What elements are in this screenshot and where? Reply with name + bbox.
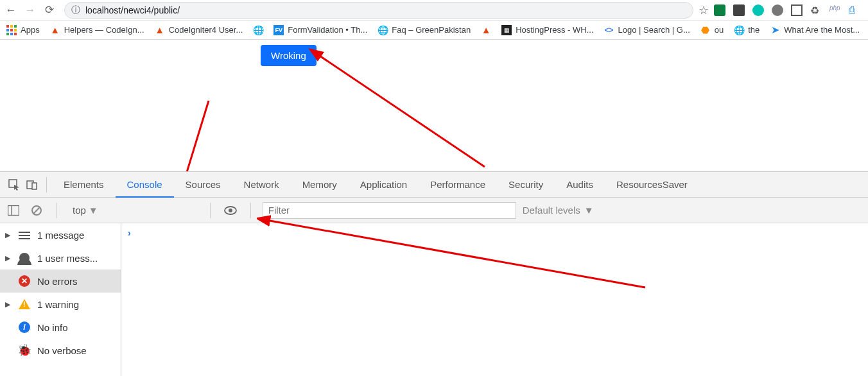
sidebar-item-user-messages[interactable]: ▶ 1 user mess...: [0, 246, 121, 269]
svg-line-11: [266, 220, 645, 287]
hp-icon: ▦: [501, 25, 512, 35]
annotation-arrow-1: [308, 45, 494, 173]
bookmark-formvalidation[interactable]: FVFormValidation • Th...: [273, 25, 367, 35]
devtools-panel: Elements Console Sources Network Memory …: [0, 171, 868, 376]
bookmark-ou[interactable]: ⬣ou: [700, 25, 724, 35]
ext-icon-1[interactable]: [714, 4, 725, 16]
svg-rect-5: [8, 205, 19, 215]
message-icon: [18, 228, 31, 241]
flame-icon: ▲: [481, 25, 491, 35]
ext-icon-3[interactable]: [752, 4, 764, 16]
bookmark-star-icon[interactable]: ☆: [699, 3, 709, 17]
arrow-icon: ➤: [770, 25, 780, 35]
svg-line-8: [33, 207, 40, 214]
log-levels-selector[interactable]: Default levels ▼: [523, 205, 594, 216]
globe-icon: 🌐: [253, 25, 263, 35]
caret-icon: ▶: [5, 231, 12, 239]
device-toggle-icon[interactable]: [23, 176, 41, 194]
tab-security[interactable]: Security: [497, 172, 555, 198]
sidebar-item-messages[interactable]: ▶ 1 message: [0, 223, 121, 246]
warning-icon: [18, 298, 31, 311]
verbose-icon: 🐞: [18, 344, 31, 357]
ext-icon-8[interactable]: ⎙: [849, 4, 860, 16]
console-output[interactable]: ›: [121, 223, 868, 376]
tab-performance[interactable]: Performance: [419, 172, 497, 198]
tab-memory[interactable]: Memory: [291, 172, 349, 198]
tab-sources[interactable]: Sources: [174, 172, 232, 198]
url-text: localhost/newci4/public/: [85, 5, 180, 15]
tab-audits[interactable]: Audits: [555, 172, 605, 198]
caret-icon: ▶: [5, 300, 12, 309]
filter-input[interactable]: [263, 202, 516, 219]
console-prompt-icon: ›: [128, 228, 131, 238]
console-sidebar: ▶ 1 message ▶ 1 user mess... ✕ No errors…: [0, 223, 121, 376]
ext-icon-5[interactable]: [791, 4, 803, 16]
bookmark-logo-search[interactable]: <>Logo | Search | G...: [604, 25, 690, 35]
caret-icon: ▶: [5, 254, 12, 262]
ext-icon-6[interactable]: ♻: [810, 4, 822, 16]
bookmarks-bar: Apps ▲Helpers — CodeIgn... ▲CodeIgniter4…: [0, 21, 868, 40]
extension-icons: ♻ php ⎙: [714, 4, 864, 16]
bookmark-ci4[interactable]: ▲CodeIgniter4 User...: [155, 25, 243, 35]
tab-elements[interactable]: Elements: [52, 172, 116, 198]
bookmark-hostingpress[interactable]: ▦HostingPress - WH...: [501, 25, 593, 35]
sidebar-item-verbose[interactable]: 🐞 No verbose: [0, 339, 121, 362]
cube-icon: ⬣: [700, 25, 711, 35]
sidebar-item-errors[interactable]: ✕ No errors: [0, 269, 121, 293]
bookmark-flame-3[interactable]: ▲: [481, 25, 491, 35]
annotation-arrow-3: [257, 210, 655, 294]
page-content: Wroking: [0, 40, 868, 171]
gg-icon: <>: [604, 25, 614, 35]
apps-button[interactable]: Apps: [6, 25, 40, 35]
sidebar-item-warnings[interactable]: ▶ 1 warning: [0, 293, 121, 316]
ext-icon-2[interactable]: [733, 4, 745, 16]
bookmark-globe-1[interactable]: 🌐: [253, 25, 263, 35]
bookmark-helpers[interactable]: ▲Helpers — CodeIgn...: [50, 25, 144, 35]
devtools-tab-bar: Elements Console Sources Network Memory …: [0, 172, 868, 198]
apps-label: Apps: [21, 25, 40, 35]
svg-rect-4: [32, 183, 37, 189]
chevron-down-icon: ▼: [89, 205, 98, 216]
user-icon: [18, 252, 31, 264]
tab-network[interactable]: Network: [232, 172, 291, 198]
tab-console[interactable]: Console: [116, 172, 174, 198]
address-bar[interactable]: ⓘ localhost/newci4/public/: [64, 2, 693, 19]
back-button[interactable]: ←: [4, 3, 18, 17]
sidebar-toggle-icon[interactable]: [5, 202, 22, 219]
forward-button[interactable]: →: [23, 3, 37, 17]
reload-button[interactable]: ⟳: [42, 3, 56, 17]
flame-icon: ▲: [155, 25, 165, 35]
console-toolbar: top ▼ Default levels ▼: [0, 198, 868, 223]
tab-application[interactable]: Application: [349, 172, 419, 198]
live-expression-icon[interactable]: [222, 202, 239, 219]
flame-icon: ▲: [50, 25, 60, 35]
bookmark-faq[interactable]: 🌐Faq – GreenPakistan: [378, 25, 471, 35]
bookmark-the[interactable]: 🌐the: [734, 25, 759, 35]
tab-resources-saver[interactable]: ResourcesSaver: [605, 172, 699, 198]
info-icon: i: [18, 321, 31, 334]
working-button[interactable]: Wroking: [261, 45, 317, 66]
context-selector[interactable]: top ▼: [69, 205, 102, 216]
bookmark-whatare[interactable]: ➤What Are the Most...: [770, 25, 860, 35]
error-icon: ✕: [18, 275, 31, 287]
ext-icon-4[interactable]: [772, 4, 783, 16]
browser-nav-toolbar: ← → ⟳ ⓘ localhost/newci4/public/ ☆ ♻ php…: [0, 0, 868, 21]
chevron-down-icon: ▼: [584, 205, 594, 216]
globe-icon: 🌐: [378, 25, 388, 35]
inspect-element-icon[interactable]: [5, 176, 23, 194]
globe-icon: 🌐: [734, 25, 744, 35]
ext-icon-7[interactable]: php: [829, 4, 841, 16]
fv-icon: FV: [273, 25, 284, 35]
svg-point-10: [229, 209, 232, 212]
sidebar-item-info[interactable]: i No info: [0, 316, 121, 339]
console-body: ▶ 1 message ▶ 1 user mess... ✕ No errors…: [0, 223, 868, 376]
clear-console-icon[interactable]: [28, 202, 45, 219]
svg-line-0: [318, 55, 485, 167]
info-icon: ⓘ: [71, 4, 80, 16]
